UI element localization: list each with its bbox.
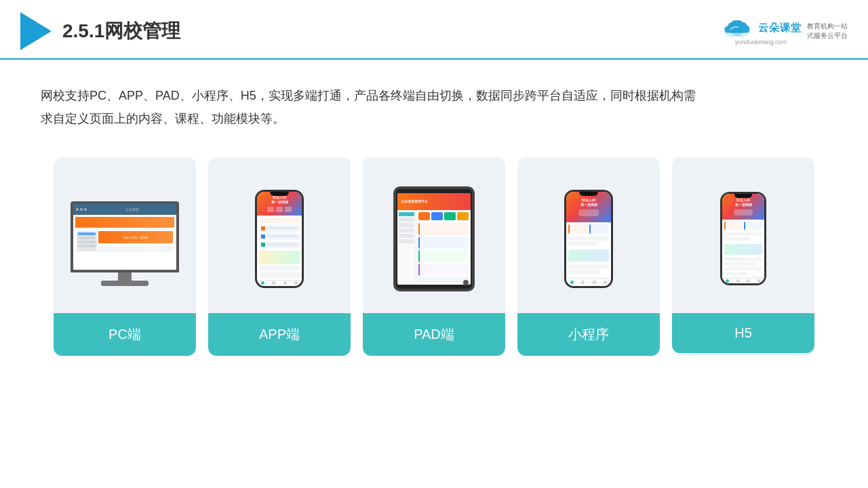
card-h5: 职达人的第一堂网课 [672, 157, 814, 356]
page-header: 2.5.1网校管理 云朵课堂 yunduoketang.com 教育机构一站式服… [0, 0, 868, 60]
page-title: 2.5.1网校管理 [62, 18, 180, 44]
cloud-icon-wrap: 云朵课堂 [720, 17, 802, 39]
cloud-icon [720, 17, 754, 39]
card-pc-label: PC端 [54, 313, 196, 356]
brand-logo: 云朵课堂 yunduoketang.com [720, 17, 802, 45]
card-pc-image: 云朵课堂 [54, 157, 196, 313]
card-h5-label: H5 [672, 313, 814, 353]
monitor-screen: 云朵课堂 [71, 201, 179, 272]
brand-name-text: 云朵课堂 [758, 22, 802, 35]
h5-phone-icon: 职达人的第一堂网课 [720, 192, 766, 285]
card-pc: 云朵课堂 [54, 157, 196, 356]
logo-triangle-icon [20, 12, 52, 50]
card-miniprogram-label: 小程序 [517, 313, 660, 356]
brand-tagline: 教育机构一站式服务云平台 [807, 22, 848, 41]
app-phone-icon: 职达人的第一堂网课 [255, 190, 304, 288]
card-h5-image: 职达人的第一堂网课 [672, 157, 814, 313]
card-app-label: APP端 [208, 313, 351, 356]
cards-section: 云朵课堂 [0, 144, 868, 369]
card-app-image: 职达人的第一堂网课 [208, 157, 351, 313]
card-pad-image: 云朵课堂管理平台 [363, 157, 505, 313]
pad-tablet-icon: 云朵课堂管理平台 [393, 186, 475, 291]
header-right: 云朵课堂 yunduoketang.com 教育机构一站式服务云平台 [720, 17, 848, 45]
card-miniprogram: 职达人的第一堂网课 [517, 157, 660, 356]
header-left: 2.5.1网校管理 [20, 12, 180, 50]
card-miniprogram-image: 职达人的第一堂网课 [517, 157, 660, 313]
card-pad-label: PAD端 [363, 313, 505, 356]
brand-url-text: yunduoketang.com [735, 39, 787, 45]
description-text: 网校支持PC、APP、PAD、小程序、H5，实现多端打通，产品各终端自由切换，数… [0, 60, 746, 144]
pc-monitor-icon: 云朵课堂 [71, 201, 179, 286]
card-pad: 云朵课堂管理平台 [363, 157, 505, 356]
miniprogram-phone-icon: 职达人的第一堂网课 [564, 190, 613, 288]
card-app: 职达人的第一堂网课 [208, 157, 351, 356]
